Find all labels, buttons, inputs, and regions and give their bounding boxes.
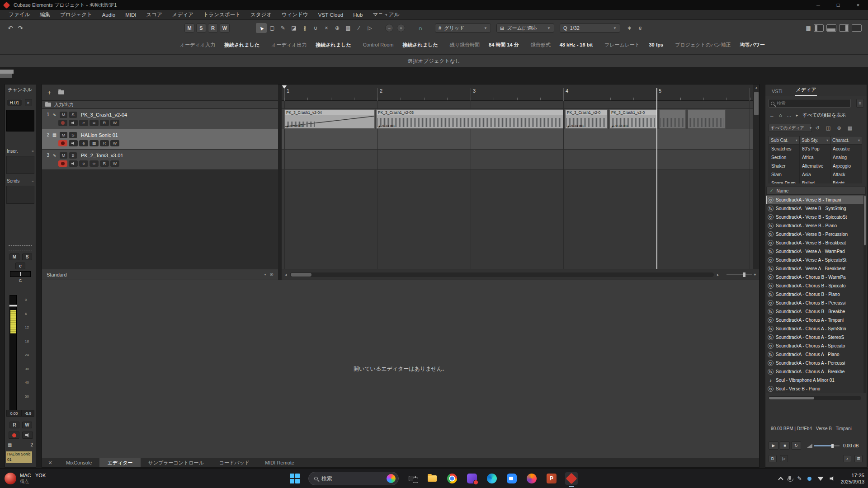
track-lane-2-selected[interactable] (282, 129, 753, 150)
audio-event[interactable]: PK_3_Crash1_v2-05 ◢-9.34 dB (376, 109, 563, 129)
inserts-section-header[interactable]: Inser.≡ (7, 149, 34, 154)
zoom-tool-icon[interactable]: ⊕ (332, 23, 343, 33)
menu-item[interactable]: Audio (97, 10, 120, 19)
status-item[interactable]: オーディオ出力接続されました (271, 42, 351, 48)
filter-item[interactable]: Snare Drum (769, 179, 799, 183)
volume-value[interactable]: 0.00 (6, 410, 22, 417)
powerpoint-button[interactable]: P (545, 472, 558, 485)
status-item[interactable]: プロジェクトのパン補正均等パワー (675, 42, 765, 48)
media-result-row[interactable]: ↻ ♪ Soul - Verse B - Piano (766, 385, 864, 393)
fader-handle[interactable] (9, 305, 17, 307)
zoom-preset-label[interactable]: Standard (47, 272, 67, 277)
menu-item[interactable]: 編集 (35, 10, 55, 19)
track-settings-gear-icon[interactable]: ⊛ (270, 272, 274, 277)
menu-item[interactable]: トランスポート (198, 10, 245, 19)
filter-item[interactable]: Africa (800, 153, 830, 162)
preview-stop-button[interactable]: ■ (780, 441, 790, 450)
channel-solo-button[interactable]: S (22, 253, 32, 260)
media-result-row[interactable]: ↻ ♪ SoundtrackA - Chorus A - SymStrin (766, 324, 864, 333)
sends-slots[interactable] (6, 186, 34, 204)
status-item[interactable]: Control Room接続されました (363, 42, 438, 48)
media-result-row[interactable]: ↻ ♪ SoundtrackA - Chorus B - Piano (766, 290, 864, 299)
results-header[interactable]: ✓ Name (766, 187, 866, 195)
wifi-icon[interactable] (817, 477, 824, 481)
breadcrumb[interactable]: すべての項目を表示 (802, 112, 846, 118)
grid-view-icon[interactable]: ▦ (844, 125, 855, 131)
line-tool-icon[interactable]: ∕ (354, 23, 364, 33)
undo-icon[interactable]: ↶ (5, 23, 15, 33)
media-result-row[interactable]: ↻ ♪ SoundtrackA - Verse B - SymString (766, 204, 864, 213)
menu-item[interactable]: プロジェクト (55, 10, 97, 19)
link-icon[interactable]: ∞ (90, 160, 99, 167)
media-result-row[interactable]: ↻ ♪ SoundtrackA - Verse B - Percussion (766, 230, 864, 239)
menu-item[interactable]: スタジオ (245, 10, 277, 19)
media-result-row[interactable]: ↻ ♪ SoundtrackA - Verse B - Breakbeat (766, 239, 864, 247)
sends-section-header[interactable]: Sends≡ (7, 178, 34, 183)
preview-loop-button[interactable]: ↻ (791, 441, 801, 450)
split-view-icon[interactable]: ◫ (823, 125, 834, 131)
track-list-divider[interactable] (278, 84, 282, 280)
edit-channel-button[interactable]: e (79, 140, 88, 146)
media-result-row[interactable]: ↻ ♪ SoundtrackA - Chorus A - Percussi (766, 359, 864, 367)
channel-preset-button[interactable]: H.01 (7, 99, 22, 106)
write-all-button[interactable]: W (220, 23, 230, 33)
insert-grid-icon[interactable]: ⊞ (854, 455, 863, 462)
media-result-row[interactable]: ↻ ♪ SoundtrackA - Verse A - WarmPad (766, 247, 864, 256)
results-horizontal-scrollbar[interactable] (769, 396, 861, 400)
widgets-button[interactable]: MAC - YOK 得点 (5, 469, 46, 488)
taskbar-search[interactable]: 検索 (308, 472, 399, 485)
track-solo-button[interactable]: S (69, 152, 77, 159)
horizontal-scroll-track[interactable] (290, 272, 714, 277)
media-result-row[interactable]: ↻ ♪ SoundtrackA - Verse A - Breakbeat (766, 264, 864, 273)
preview-play-button[interactable]: ▶ (769, 441, 778, 450)
close-lower-zone-icon[interactable]: ✕ (42, 460, 58, 466)
timeline-ruler[interactable]: 1 2 3 4 5 (282, 84, 753, 101)
start-button[interactable] (288, 472, 301, 485)
event-display[interactable]: 1 2 3 4 5 PK_3_Crash1_v2-04 ◢-2.93 dB PK… (282, 84, 753, 269)
filter-item[interactable]: Section (769, 153, 799, 162)
home-icon[interactable]: ⌂ (779, 113, 782, 118)
lower-zone-tab[interactable]: MixConsole (58, 458, 99, 467)
filter-item[interactable]: 80's Pop (800, 145, 830, 153)
audio-event[interactable]: PK_3_Crash1_v2-0 ◢-9.34 dB (609, 109, 657, 129)
monitor-button[interactable] (69, 120, 78, 126)
media-result-row[interactable]: ↻ ♪ SoundtrackA - Chorus A - StereoS (766, 333, 864, 342)
track-mute-button[interactable]: M (60, 152, 67, 159)
read-button[interactable]: R (100, 140, 109, 146)
project-cursor[interactable] (656, 88, 657, 269)
zoom-preset-dropdown-icon[interactable]: ▾ (264, 272, 266, 277)
menu-item[interactable]: ウィンドウ (277, 10, 313, 19)
lower-zone-tab[interactable]: サンプラーコントロール (141, 458, 212, 467)
track-solo-button[interactable]: S (69, 112, 77, 118)
filter-item[interactable]: Acoustic (830, 145, 862, 153)
read-automation-button[interactable]: R (9, 422, 19, 428)
media-result-row[interactable]: ↻ ♪ Soul - Vibraphone A Minor 01 (766, 376, 864, 385)
monitor-button[interactable] (69, 140, 78, 146)
solo-all-button[interactable]: S (196, 23, 206, 33)
channel-mute-button[interactable]: M (9, 253, 19, 260)
media-search-input[interactable] (777, 101, 849, 106)
media-result-row[interactable]: ↻ ♪ SoundtrackA - Verse A - SpiccatoSt (766, 256, 864, 264)
pan-control[interactable] (10, 271, 31, 277)
sends-menu-icon[interactable]: ≡ (32, 179, 34, 183)
media-result-row[interactable]: ↻ ♪ SoundtrackA - Chorus A - Spiccato (766, 342, 864, 350)
preview-volume-slider[interactable] (814, 445, 840, 446)
media-result-row[interactable]: ↻ ♪ SoundtrackA - Verse B - SpiccatoSt (766, 213, 864, 221)
glue-tool-icon[interactable]: ∪ (310, 23, 321, 33)
read-button[interactable]: R (100, 160, 109, 167)
filter-item[interactable]: Alternative (800, 162, 830, 170)
pen-icon[interactable]: ✎ (797, 475, 802, 482)
file-explorer-button[interactable] (426, 472, 439, 485)
lower-zone-tab[interactable]: コードパッド (212, 458, 257, 467)
media-result-row[interactable]: ↻ ♪ SoundtrackA - Verse B - Timpani (766, 196, 864, 204)
horizontal-scrollbar[interactable]: ◂ ▸ + (282, 269, 759, 280)
chrome-button[interactable] (446, 472, 458, 485)
record-arm-button[interactable] (58, 120, 67, 126)
filter-item[interactable]: Arpeggio (830, 162, 862, 170)
filter-column-header[interactable]: Sub Sty.▾ (799, 136, 830, 145)
audio-event-dimmed[interactable] (659, 109, 686, 129)
mute-tool-icon[interactable]: × (321, 23, 332, 33)
horizontal-scroll-thumb[interactable] (291, 273, 311, 277)
filter-item[interactable]: Ballad (800, 179, 830, 183)
erase-tool-icon[interactable]: ◪ (288, 23, 299, 33)
